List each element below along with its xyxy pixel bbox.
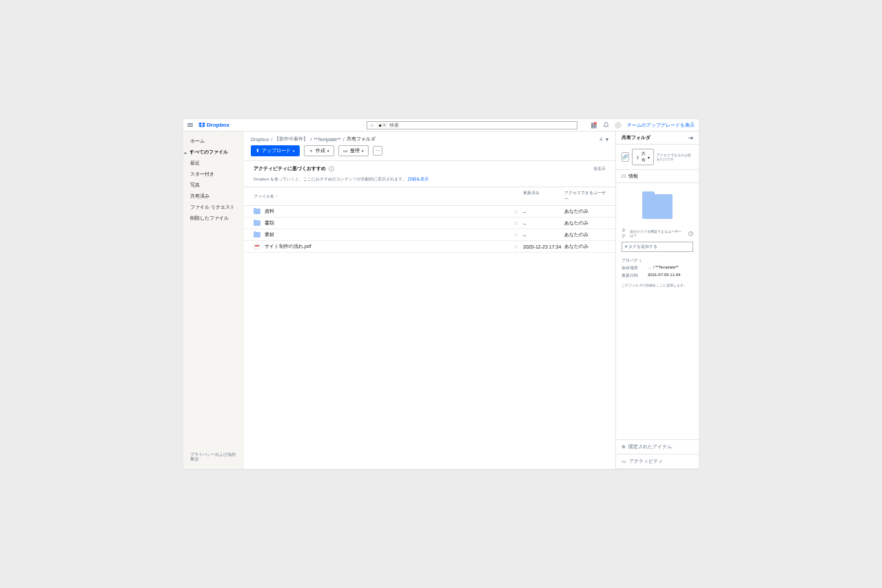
col-header-name[interactable]: ファイル名 ↑ — [254, 190, 513, 202]
more-actions-button[interactable]: ⋯ — [373, 146, 382, 156]
search-filter-tag[interactable]: ■× — [377, 123, 388, 127]
sidebar-item-starred[interactable]: スター付き — [183, 169, 244, 180]
star-icon[interactable]: ☆ — [513, 209, 518, 215]
sidebar-footer-legal[interactable]: プライバシーおよび法的事項 — [183, 450, 244, 465]
chevron-down-icon: ▾ — [362, 149, 364, 153]
file-name: サイト制作の流れ.pdf — [265, 243, 311, 250]
upload-icon: ⬆ — [256, 148, 260, 154]
table-row[interactable]: サイト制作の流れ.pdf☆2020-12-23 17:34あなたのみ — [244, 241, 615, 253]
activity-section[interactable]: ▭ アクティビティ — [616, 454, 699, 469]
sidebar-item-all-files[interactable]: ▸すべてのファイル — [183, 147, 244, 158]
breadcrumb: Dropbox / 【製作中案件】 / **Template** / 共有フォル… — [251, 136, 376, 143]
breadcrumb-item[interactable]: **Template** — [314, 137, 340, 142]
breadcrumb-item[interactable]: 【製作中案件】 — [274, 136, 308, 143]
access-cell: あなたのみ — [564, 220, 606, 227]
sidebar-item-file-requests[interactable]: ファイル リクエスト — [183, 202, 244, 213]
grid-apps-icon[interactable]: ▦ — [590, 122, 597, 129]
table-row[interactable]: 書類☆--あなたのみ — [244, 218, 615, 229]
create-button[interactable]: ＋ 作成 ▾ — [304, 145, 334, 156]
file-name: 書類 — [265, 220, 274, 227]
panel-title: 共有フォルダ — [622, 134, 650, 141]
share-icon: ⇪ — [636, 155, 639, 160]
hide-suggestions-button[interactable]: 非表示 — [593, 166, 606, 172]
suggest-title: アクティビティに基づくおすすめ — [254, 165, 326, 172]
breadcrumb-current: 共有フォルダ — [347, 136, 376, 143]
modified-cell: -- — [523, 221, 564, 226]
suggest-text: Dropbox を使っていくと、ここにおすすめのコンテンツが自動的に表示されます… — [254, 176, 606, 182]
avatar[interactable] — [615, 122, 622, 129]
collapse-panel-icon[interactable]: ⇥ — [688, 135, 693, 141]
upgrade-link[interactable]: チームのアップグレードを表示 — [627, 122, 695, 129]
star-icon[interactable]: ☆ — [513, 244, 518, 250]
folder-icon: ▭ — [343, 148, 348, 154]
sidebar-item-recent[interactable]: 最近 — [183, 158, 244, 169]
folder-icon — [254, 232, 260, 238]
copy-link-button[interactable]: 🔗 — [622, 152, 629, 162]
tags-label: タグ — [622, 227, 630, 240]
chevron-down-icon: ▾ — [293, 149, 295, 153]
search-icon: ⌕ — [367, 123, 377, 127]
organize-button[interactable]: ▭ 整理 ▾ — [338, 145, 369, 156]
table-row[interactable]: 素材☆--あなたのみ — [244, 229, 615, 241]
folder-icon — [254, 220, 260, 226]
activity-icon: ▭ — [622, 459, 626, 464]
sidebar-item-photos[interactable]: 写真 — [183, 180, 244, 191]
star-icon[interactable]: ☆ — [513, 220, 518, 227]
brand-logo[interactable]: Dropbox — [198, 122, 229, 129]
info-icon: ☖ — [622, 174, 626, 179]
folder-icon — [254, 209, 260, 214]
panel-info-label: 情報 — [628, 173, 638, 180]
breadcrumb-item[interactable]: Dropbox — [251, 137, 269, 142]
pin-icon: ⊕ — [622, 444, 626, 450]
search-box[interactable]: ⌕ ■× — [367, 121, 577, 129]
file-name: 資料 — [265, 208, 274, 215]
clear-tag-icon[interactable]: × — [383, 123, 386, 127]
access-cell: あなたのみ — [564, 231, 606, 238]
bell-icon[interactable] — [602, 122, 609, 129]
folder-preview-icon — [642, 194, 673, 219]
sidebar-item-deleted[interactable]: 削除したファイル — [183, 213, 244, 224]
sidebar: ホーム ▸すべてのファイル 最近 スター付き 写真 共有済み ファイル リクエス… — [183, 132, 244, 469]
star-icon[interactable]: ☆ — [513, 232, 518, 238]
menu-icon[interactable] — [187, 122, 194, 129]
sort-icon[interactable]: ▾ — [606, 136, 608, 143]
modified-cell: -- — [523, 233, 564, 238]
list-view-icon[interactable]: ≡ — [599, 136, 603, 143]
table-row[interactable]: 資料☆--あなたのみ — [244, 206, 615, 218]
pinned-items-section[interactable]: ⊕ 固定されたアイテム — [616, 440, 699, 454]
plus-icon: ＋ — [309, 147, 314, 154]
suggest-details-link[interactable]: 詳細を表示 — [408, 177, 429, 181]
tags-hint: 自分のタグを閲覧できるユーザーは？ — [630, 229, 687, 238]
props-label: プロパティ — [622, 258, 642, 264]
access-cell: あなたのみ — [564, 243, 606, 250]
brand-text: Dropbox — [207, 122, 229, 128]
upload-button[interactable]: ⬆ アップロード ▾ — [251, 145, 300, 156]
access-cell: あなたのみ — [564, 208, 606, 215]
help-icon[interactable]: ? — [688, 231, 693, 236]
pdf-icon — [254, 244, 260, 249]
share-note: アクセスできるのは自分だけです — [657, 153, 693, 161]
caret-right-icon: ▸ — [185, 150, 187, 155]
sidebar-item-home[interactable]: ホーム — [183, 136, 244, 147]
description-note[interactable]: このフォルダの詳細をここに追加します。 — [622, 283, 693, 287]
sort-arrow-icon: ↑ — [276, 194, 278, 198]
info-icon[interactable]: i — [329, 166, 334, 171]
sidebar-item-shared[interactable]: 共有済み — [183, 191, 244, 202]
chevron-down-icon: ▾ — [327, 149, 329, 153]
col-header-access[interactable]: アクセスできるユーザー — [564, 190, 606, 202]
modified-cell: -- — [523, 209, 564, 214]
modified-cell: 2020-12-23 17:34 — [523, 244, 564, 249]
search-input[interactable] — [389, 123, 577, 127]
chevron-down-icon: ▾ — [648, 155, 650, 160]
tag-input[interactable]: # タグを追加する — [622, 242, 693, 252]
file-name: 素材 — [265, 231, 274, 238]
share-button[interactable]: ⇪ 共有 ▾ — [632, 149, 654, 165]
col-header-modified[interactable]: 更新済み — [523, 190, 564, 202]
